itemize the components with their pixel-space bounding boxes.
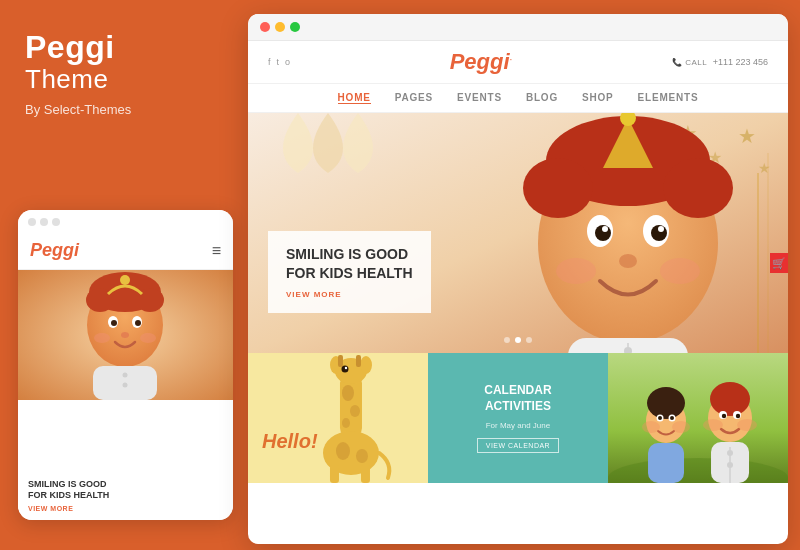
hero-slider-dots [504, 337, 532, 343]
svg-point-72 [672, 421, 690, 433]
mobile-hero-title: SMILING IS GOOD FOR KIDS HEALTH [28, 479, 223, 502]
slide-dot-2[interactable] [515, 337, 521, 343]
svg-point-11 [121, 332, 129, 338]
svg-point-70 [670, 416, 674, 420]
mobile-view-more-link[interactable]: VIEW MORE [28, 505, 223, 512]
desktop-hero: ★ ★ ★ ★ ★ ★ ★ [248, 113, 788, 353]
svg-point-15 [123, 383, 128, 388]
minimize-dot [275, 22, 285, 32]
svg-point-12 [120, 275, 130, 285]
nav-pages[interactable]: PAGES [395, 92, 433, 104]
social-links: f t o [268, 57, 290, 67]
svg-rect-52 [356, 355, 361, 367]
svg-point-84 [727, 450, 733, 456]
instagram-icon[interactable]: o [285, 57, 290, 67]
svg-point-50 [360, 356, 372, 374]
svg-point-37 [556, 258, 596, 284]
site-logo-area: Peggi· [450, 49, 513, 75]
svg-point-81 [737, 419, 757, 431]
svg-point-54 [345, 367, 347, 369]
svg-point-79 [736, 414, 740, 418]
giraffe-illustration [248, 353, 428, 483]
nav-home[interactable]: HOME [338, 92, 371, 104]
svg-point-62 [356, 449, 368, 463]
svg-point-38 [660, 258, 700, 284]
slide-dot-1[interactable] [504, 337, 510, 343]
desktop-nav: HOME PAGES EVENTS BLOG SHOP ELEMENTS [248, 84, 788, 113]
maximize-dot [290, 22, 300, 32]
call-label: 📞 CALL [672, 58, 707, 67]
site-logo: Peggi [450, 49, 510, 74]
facebook-icon[interactable]: f [268, 57, 271, 67]
svg-point-85 [727, 462, 733, 468]
svg-point-8 [135, 320, 141, 326]
mobile-logo: Peggi [30, 240, 79, 261]
svg-point-57 [342, 418, 350, 428]
svg-point-80 [703, 419, 723, 431]
hero-view-more-link[interactable]: VIEW MORE [286, 290, 413, 299]
call-info: 📞 CALL +111 223 456 [672, 57, 768, 67]
close-dot [260, 22, 270, 32]
svg-point-61 [336, 442, 350, 460]
svg-point-56 [350, 405, 360, 417]
nav-elements[interactable]: ELEMENTS [638, 92, 699, 104]
svg-point-36 [619, 254, 637, 268]
theme-title: Peggi Theme By Select-Themes [25, 30, 223, 117]
mobile-dot-1 [28, 218, 36, 226]
slide-dot-3[interactable] [526, 337, 532, 343]
mobile-dot-2 [40, 218, 48, 226]
left-panel: Peggi Theme By Select-Themes Peggi ≡ [0, 0, 248, 550]
svg-point-66 [647, 387, 685, 419]
svg-point-71 [642, 421, 660, 433]
grid-cell-photo [608, 353, 788, 483]
cart-button[interactable]: 🛒 [770, 253, 788, 273]
calendar-activities-title: CALENDAR ACTIVITIES [484, 383, 551, 414]
desktop-dots [260, 22, 300, 32]
nav-blog[interactable]: BLOG [526, 92, 558, 104]
view-calendar-button[interactable]: VIEW CALENDAR [477, 438, 559, 453]
svg-point-35 [658, 226, 664, 232]
svg-point-7 [111, 320, 117, 326]
mobile-mockup: Peggi ≡ [18, 210, 233, 520]
desktop-site-header: f t o Peggi· 📞 CALL +111 223 456 [248, 41, 788, 84]
svg-text:★: ★ [738, 125, 756, 147]
desktop-top-bar [248, 14, 788, 41]
desktop-grid: Hello! CALENDAR ACTIVITIES For May and J… [248, 353, 788, 483]
svg-rect-51 [338, 355, 343, 367]
svg-point-28 [523, 158, 593, 218]
svg-point-14 [123, 373, 128, 378]
svg-point-34 [602, 226, 608, 232]
kids-photo [608, 353, 788, 483]
svg-point-53 [341, 366, 348, 373]
grid-cell-calendar: CALENDAR ACTIVITIES For May and June VIE… [428, 353, 608, 483]
hello-text: Hello! [262, 430, 318, 453]
svg-rect-59 [330, 465, 339, 483]
mobile-dots [28, 218, 60, 226]
svg-point-55 [342, 385, 354, 401]
desktop-mockup: f t o Peggi· 📞 CALL +111 223 456 HOME PA… [248, 14, 788, 544]
mobile-header: Peggi ≡ [18, 234, 233, 270]
svg-rect-73 [648, 443, 684, 483]
svg-point-78 [722, 414, 726, 418]
svg-text:★: ★ [758, 160, 771, 176]
svg-point-9 [94, 333, 110, 343]
hamburger-icon[interactable]: ≡ [212, 242, 221, 260]
nav-shop[interactable]: SHOP [582, 92, 614, 104]
hero-text-box: SMILING IS GOOD FOR KIDS HEALTH VIEW MOR… [268, 231, 431, 313]
grid-cell-hello: Hello! [248, 353, 428, 483]
svg-point-29 [663, 158, 733, 218]
calendar-subtitle: For May and June [486, 421, 550, 430]
mobile-hero-text: SMILING IS GOOD FOR KIDS HEALTH VIEW MOR… [18, 471, 233, 520]
svg-point-75 [710, 382, 750, 416]
svg-point-69 [658, 416, 662, 420]
mobile-hero [18, 270, 233, 400]
svg-rect-60 [361, 465, 370, 483]
call-number: +111 223 456 [713, 57, 768, 67]
twitter-icon[interactable]: t [277, 57, 280, 67]
mobile-dot-3 [52, 218, 60, 226]
nav-events[interactable]: EVENTS [457, 92, 502, 104]
hero-title: SMILING IS GOOD FOR KIDS HEALTH [286, 245, 413, 284]
mobile-top-bar [18, 210, 233, 234]
mobile-hero-image [18, 270, 233, 400]
svg-point-10 [140, 333, 156, 343]
